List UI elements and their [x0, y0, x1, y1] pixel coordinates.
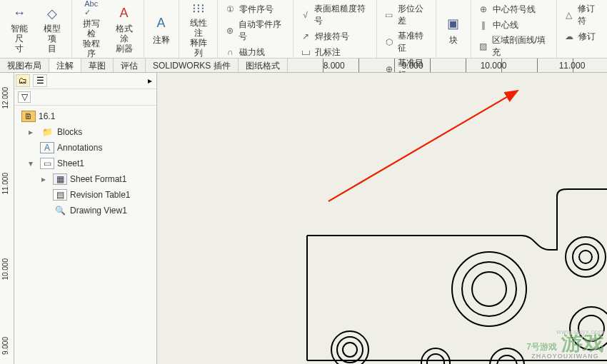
tree-root[interactable]: 🗎 16.1 [14, 108, 156, 124]
svg-point-9 [427, 354, 444, 364]
weld-symbol-icon: ↗ [299, 30, 313, 43]
ribbon-group-dimension: ↔ 智能尺寸 ◇ 模型项目 [0, 0, 72, 58]
balloon-icon: ① [223, 3, 237, 16]
ribbon-group-annotate: A 注释 [144, 0, 179, 58]
ribbon-group-spell: Abc✓ 拼写检验程序 A 格式涂刷器 [72, 0, 144, 58]
area-hatch-button[interactable]: ▨区域剖面线/填充 [474, 33, 553, 60]
centerline-button[interactable]: ‖中心线 [474, 17, 553, 33]
panel-tab-header: 🗂 ☰ ▸ [14, 73, 156, 89]
rev-cloud-button[interactable]: ☁修订 [560, 29, 604, 44]
table-icon: ▤ [53, 189, 67, 201]
linear-pattern-button[interactable]: ⁝⁝⁝ 线性注释阵列 [182, 1, 215, 56]
sheet-icon: ▭ [40, 158, 54, 169]
blocks-button[interactable]: ▣ 块 [439, 1, 468, 56]
balloon-button[interactable]: ①零件序号 [221, 1, 290, 17]
svg-point-3 [462, 262, 516, 316]
hole-callout-button[interactable]: ⌴孔标注 [296, 44, 373, 60]
model-items-button[interactable]: ◇ 模型项目 [36, 1, 69, 56]
smart-dimension-icon: ↔ [9, 4, 29, 22]
svg-point-7 [343, 343, 357, 357]
feature-tree-tab-icon[interactable]: 🗂 [16, 74, 30, 87]
tab-view-layout[interactable]: 视图布局 [0, 59, 49, 72]
tree-item-sheet-format[interactable]: ▸ ▦ Sheet Format1 [14, 171, 156, 187]
tree-item-drawing-view[interactable]: 🔍 Drawing View1 [14, 203, 156, 218]
tab-sheet-format[interactable]: 图纸格式 [239, 59, 288, 72]
centermark-button[interactable]: ⊕中心符号线 [474, 1, 553, 17]
hole-callout-icon: ⌴ [299, 46, 313, 59]
vertical-ruler: 12.000 11.000 10.000 9.000 [0, 73, 14, 364]
note-button[interactable]: A 注释 [147, 1, 176, 56]
main-area: 12.000 11.000 10.000 9.000 🗂 ☰ ▸ ▽ 🗎 16.… [0, 73, 607, 364]
rev-cloud-icon: ☁ [562, 30, 576, 43]
geom-tol-icon: ▭ [382, 9, 396, 21]
svg-point-16 [578, 315, 604, 341]
model-items-icon: ◇ [42, 4, 62, 22]
panel-collapse-button[interactable]: ▸ [145, 76, 155, 86]
tab-annotation[interactable]: 注解 [49, 59, 81, 72]
feature-manager-panel: 🗂 ☰ ▸ ▽ 🗎 16.1 ▸ 📁 Blocks A Annotations [14, 73, 157, 364]
surface-finish-icon: √ [299, 9, 312, 21]
svg-point-12 [566, 237, 606, 277]
ribbon-group-datum: ▭形位公差 ⬡基准特征 ⊕基准目标 [377, 0, 436, 58]
feature-tree: 🗎 16.1 ▸ 📁 Blocks A Annotations ▾ ▭ Shee… [14, 106, 156, 221]
weld-symbol-button[interactable]: ↗焊接符号 [296, 29, 373, 44]
area-hatch-icon: ▨ [476, 40, 490, 53]
ribbon-group-balloon: ①零件序号 ⊛自动零件序号 ∩磁力线 [218, 0, 294, 58]
svg-point-15 [570, 307, 607, 350]
ribbon-toolbar: ↔ 智能尺寸 ◇ 模型项目 Abc✓ 拼写检验程序 A 格式涂刷器 A 注释 ⁝… [0, 0, 607, 59]
sheet-format-icon: ▦ [53, 173, 67, 185]
caret-down-icon: ▾ [29, 158, 37, 168]
ribbon-group-center: ⊕中心符号线 ‖中心线 ▨区域剖面线/填充 [471, 0, 557, 58]
auto-balloon-icon: ⊛ [223, 24, 236, 37]
spell-check-icon: Abc✓ [81, 0, 101, 17]
drawing-icon: 🗎 [21, 111, 36, 122]
property-tab-icon[interactable]: ☰ [33, 74, 47, 87]
magnetic-line-icon: ∩ [223, 46, 237, 59]
caret-icon: ▸ [41, 174, 50, 184]
tab-evaluate[interactable]: 评估 [114, 59, 146, 72]
blocks-icon: ▣ [443, 14, 463, 34]
svg-point-2 [452, 252, 526, 326]
datum-feature-button[interactable]: ⬡基准特征 [380, 29, 433, 56]
spell-check-button[interactable]: Abc✓ 拼写检验程序 [75, 1, 108, 56]
drawing-canvas[interactable]: www.xiayx.com 7号游戏 游戏 ZHAOYOUXIWANG [157, 73, 607, 364]
ribbon-group-block: ▣ 块 [436, 0, 471, 58]
filter-bar: ▽ [14, 89, 156, 106]
tree-item-sheet1[interactable]: ▾ ▭ Sheet1 [14, 156, 156, 171]
tab-addins[interactable]: SOLIDWORKS 插件 [146, 59, 239, 72]
ribbon-group-pattern: ⁝⁝⁝ 线性注释阵列 [179, 0, 219, 58]
cad-drawing-view [293, 164, 607, 364]
caret-icon: ▸ [29, 127, 37, 137]
ribbon-group-revision: △修订符 ☁修订 [557, 0, 607, 58]
smart-dimension-button[interactable]: ↔ 智能尺寸 [3, 1, 36, 56]
horizontal-ruler: 8.000 9.000 10.000 11.000 [288, 59, 607, 72]
svg-point-4 [472, 272, 506, 306]
rev-symbol-icon: △ [562, 9, 576, 21]
auto-balloon-button[interactable]: ⊛自动零件序号 [221, 17, 290, 44]
svg-point-8 [421, 348, 450, 364]
linear-pattern-icon: ⁝⁝⁝ [189, 1, 209, 16]
geom-tol-button[interactable]: ▭形位公差 [380, 1, 433, 29]
centerline-icon: ‖ [476, 19, 491, 31]
tree-item-revision-table[interactable]: ▤ Revision Table1 [14, 187, 156, 203]
centermark-icon: ⊕ [476, 3, 491, 16]
ribbon-group-symbols: √表面粗糙度符号 ↗焊接符号 ⌴孔标注 [294, 0, 377, 58]
command-tabstrip: 视图布局 注解 草图 评估 SOLIDWORKS 插件 图纸格式 8.000 9… [0, 59, 607, 73]
annotation-icon: A [40, 142, 54, 153]
svg-point-14 [579, 251, 592, 263]
svg-point-6 [337, 337, 363, 363]
rev-symbol-button[interactable]: △修订符 [560, 1, 604, 29]
format-painter-button[interactable]: A 格式涂刷器 [108, 1, 141, 56]
tab-sketch[interactable]: 草图 [81, 59, 114, 72]
view-icon: 🔍 [53, 205, 67, 216]
note-icon: A [151, 14, 171, 34]
magnetic-line-button[interactable]: ∩磁力线 [221, 44, 290, 60]
format-painter-icon: A [114, 4, 134, 22]
tree-item-annotations[interactable]: A Annotations [14, 140, 156, 156]
tree-item-blocks[interactable]: ▸ 📁 Blocks [14, 124, 156, 140]
folder-icon: 📁 [40, 126, 54, 138]
filter-icon[interactable]: ▽ [18, 91, 31, 103]
svg-point-13 [573, 244, 598, 270]
datum-feature-icon: ⬡ [382, 36, 396, 49]
surface-finish-button[interactable]: √表面粗糙度符号 [296, 1, 373, 29]
